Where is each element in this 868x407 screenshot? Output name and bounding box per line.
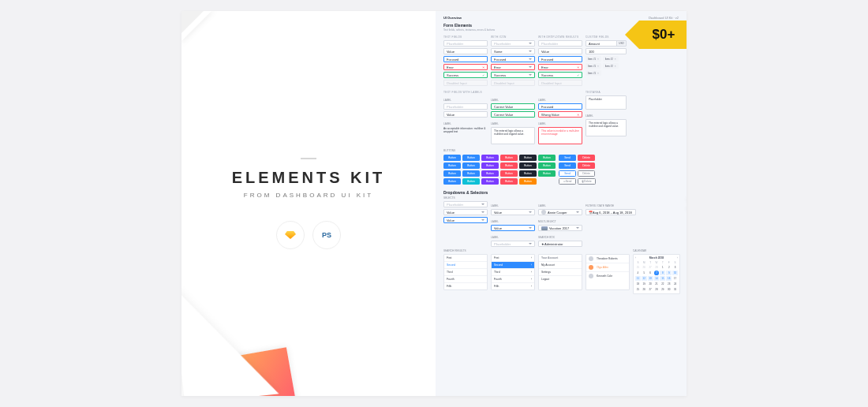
calendar-prev-icon[interactable]: ‹: [635, 256, 636, 260]
calendar-day[interactable]: 12: [642, 276, 647, 281]
calendar-day[interactable]: 28: [654, 265, 660, 270]
select-input[interactable]: Value: [491, 209, 535, 215]
multiselect[interactable]: Vacation 2017: [538, 225, 582, 231]
autocomplete-input[interactable]: Value: [538, 48, 582, 54]
calendar-day[interactable]: 8: [660, 271, 665, 275]
tag-chip[interactable]: Item #1×: [586, 56, 601, 62]
list-item[interactable]: Fifth: [444, 283, 487, 289]
calendar-day[interactable]: 2: [666, 265, 672, 270]
list-item[interactable]: Olga Allen: [586, 263, 629, 272]
select-input-focused[interactable]: Value: [491, 225, 535, 231]
button[interactable]: Button: [462, 178, 480, 185]
button[interactable]: Button: [481, 178, 499, 185]
calendar-day[interactable]: 7: [654, 271, 660, 275]
textarea[interactable]: Placeholder: [586, 95, 627, 110]
button[interactable]: Button: [500, 162, 518, 169]
calendar-day[interactable]: 16: [666, 276, 672, 281]
delete-button-ghost[interactable]: 🗑 Delete: [578, 178, 596, 185]
calendar-day[interactable]: 25: [635, 265, 641, 270]
button[interactable]: Button: [462, 162, 480, 169]
button[interactable]: Button: [481, 170, 499, 177]
tag-chip[interactable]: Item #1×: [586, 70, 601, 76]
amount-input[interactable]: Amount USD: [586, 40, 627, 47]
list-item[interactable]: First: [444, 255, 487, 262]
button[interactable]: Button: [500, 155, 518, 161]
text-input[interactable]: Placeholder: [443, 40, 488, 47]
button[interactable]: Button: [538, 170, 556, 177]
calendar-day[interactable]: 26: [642, 287, 647, 292]
close-icon[interactable]: ×: [615, 58, 616, 61]
textarea-error[interactable]: This value is invalid or a multi-line er…: [538, 127, 582, 144]
tag-chip[interactable]: Item #2×: [603, 63, 619, 69]
autocomplete-input[interactable]: Placeholder: [538, 40, 582, 47]
calendar-day[interactable]: 24: [672, 282, 678, 286]
button[interactable]: Button: [462, 170, 480, 177]
text-input-error[interactable]: Error✕: [443, 64, 488, 70]
calendar-day[interactable]: 13: [648, 276, 653, 281]
calendar-day[interactable]: 26: [642, 265, 647, 270]
text-input[interactable]: Value: [443, 48, 488, 54]
list-item[interactable]: Second›: [492, 262, 534, 269]
tag-input[interactable]: Item #1× Item #2× Item #1× Item #2× Item…: [586, 56, 627, 76]
calendar-day[interactable]: 25: [635, 287, 641, 292]
list-item[interactable]: First›: [492, 255, 534, 262]
list-item[interactable]: Theodore Roberts: [586, 255, 629, 263]
textarea[interactable]: The entered logic allows a multiline and…: [491, 127, 535, 144]
list-item[interactable]: Third›: [492, 269, 534, 276]
calendar-day[interactable]: 22: [660, 282, 665, 286]
calendar-day[interactable]: 29: [660, 287, 665, 292]
button[interactable]: Button: [538, 162, 556, 169]
button[interactable]: Button: [481, 155, 499, 161]
send-button[interactable]: Send: [559, 162, 576, 169]
calendar-day[interactable]: 10: [672, 271, 678, 275]
calendar-day[interactable]: 4: [635, 271, 641, 275]
calendar-day[interactable]: 17: [672, 276, 678, 281]
button[interactable]: Button: [519, 178, 537, 185]
text-input-success[interactable]: Correct Value: [491, 111, 535, 118]
calendar-day[interactable]: 1: [660, 265, 665, 270]
calendar-day[interactable]: 27: [648, 265, 653, 270]
calendar-day[interactable]: 18: [635, 282, 641, 286]
tag-chip[interactable]: Item #2×: [603, 56, 619, 62]
text-input-success[interactable]: Success✓: [443, 72, 488, 78]
calendar-day[interactable]: 21: [654, 282, 660, 286]
delete-button[interactable]: Delete: [578, 155, 595, 161]
button[interactable]: Button: [462, 155, 480, 161]
select-input[interactable]: Value: [443, 209, 488, 215]
calendar-next-icon[interactable]: ›: [677, 256, 678, 260]
text-input-focused[interactable]: Focused: [538, 103, 582, 110]
calendar-day[interactable]: 27: [648, 287, 653, 292]
select-input-focused[interactable]: Focused: [491, 56, 535, 62]
date-range-input[interactable]: 📅 Aug 6, 2018 – Aug 18, 2018: [586, 209, 636, 215]
send-button-outline[interactable]: Send: [559, 170, 576, 177]
calendar-day[interactable]: 20: [648, 282, 653, 286]
list-item[interactable]: Settings: [539, 269, 582, 276]
send-button-ghost[interactable]: ✉ Send: [559, 178, 576, 185]
delete-button-outline[interactable]: Delete: [578, 170, 595, 177]
tag-chip[interactable]: Item #1×: [586, 63, 601, 69]
button[interactable]: Button: [443, 162, 461, 169]
textarea[interactable]: The entered logic allows a multiline and…: [586, 119, 627, 136]
list-item[interactable]: Kenneth Cole: [586, 272, 629, 280]
list-item[interactable]: Fourth: [444, 276, 487, 283]
button[interactable]: Button: [481, 162, 499, 169]
text-input-error[interactable]: Wrong Value✕: [538, 111, 582, 118]
select-input[interactable]: Some: [491, 48, 535, 54]
calendar-day[interactable]: 5: [642, 271, 647, 275]
select-input-focused[interactable]: Value: [443, 217, 488, 223]
calendar-day[interactable]: 31: [672, 287, 678, 292]
close-icon[interactable]: ×: [597, 72, 599, 75]
list-item[interactable]: Logout: [539, 276, 582, 282]
calendar-day[interactable]: 19: [642, 282, 647, 286]
calendar[interactable]: ‹ March 2018 › SMTWTFS252627281234567891…: [633, 254, 680, 294]
calendar-day[interactable]: 15: [660, 276, 665, 281]
percent-input[interactable]: 100: [586, 48, 627, 54]
select-input-error[interactable]: Error: [491, 64, 535, 70]
text-input[interactable]: Value: [443, 111, 488, 118]
calendar-day[interactable]: 9: [666, 271, 672, 275]
send-button[interactable]: Send: [559, 155, 576, 161]
select-input[interactable]: Placeholder: [491, 40, 535, 47]
select-input[interactable]: Placeholder: [443, 201, 488, 207]
select-input-success[interactable]: Success: [491, 72, 535, 78]
button[interactable]: Button: [519, 162, 537, 169]
